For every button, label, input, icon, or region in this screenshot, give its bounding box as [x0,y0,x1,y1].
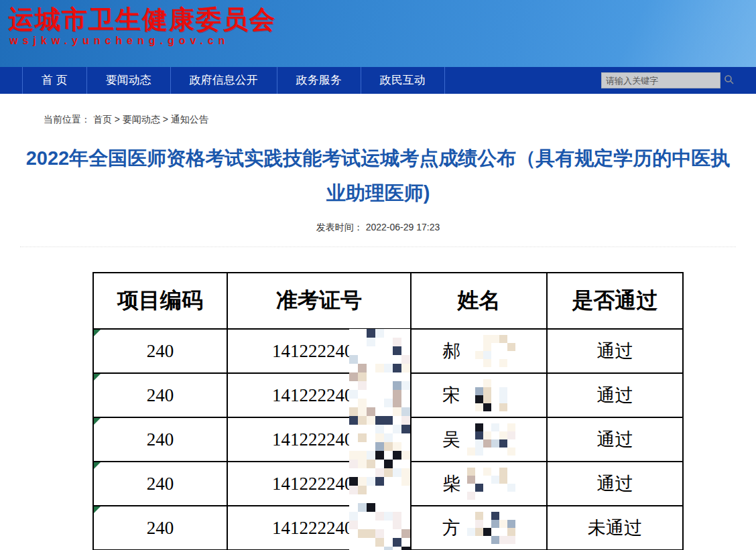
breadcrumb-label: 当前位置： [44,114,90,125]
search-box [601,72,720,88]
excel-error-triangle-icon [94,506,101,513]
excel-error-triangle-icon [94,330,101,336]
site-banner: 运城市卫生健康委员会 wsjkw.yuncheng.gov.cn [0,0,756,67]
censor-mosaic [467,335,515,367]
cell-result: 通过 [547,329,683,373]
nav-items: 首 页 要闻动态 政府信息公开 政务服务 政民互动 [22,67,445,94]
name-value: 方 [442,516,460,540]
name-value: 吴 [442,427,460,452]
page-title: 2022年全国医师资格考试实践技能考试运城考点成绩公布（具有规定学历的中医执业助… [23,141,733,210]
censor-mosaic [467,423,515,456]
breadcrumb: 当前位置： 首页 > 要闻动态 > 通知公告 [44,114,208,126]
cell-project-code: 240 [93,417,227,462]
search-button[interactable] [724,73,735,88]
cell-name: 郝 [411,329,547,373]
col-header-pass: 是否通过 [547,273,683,329]
result-value: 通过 [597,474,633,494]
censor-mosaic [467,379,515,411]
result-value: 未通过 [588,518,642,538]
cell-name: 方 [411,506,547,550]
cell-project-code: 240 [93,373,227,417]
nav-item-services[interactable]: 政务服务 [277,67,361,94]
censor-mosaic [467,512,515,544]
cell-name: 吴 [411,417,547,462]
divider [20,247,736,247]
project-code-value: 240 [147,518,174,538]
excel-error-triangle-icon [94,418,101,425]
breadcrumb-news-link[interactable]: 要闻动态 [123,114,160,125]
cell-result: 未通过 [547,506,683,550]
cell-name: 柴 [411,462,547,506]
search-icon [724,74,735,87]
project-code-value: 240 [147,474,174,494]
nav-item-interaction[interactable]: 政民互动 [361,67,445,94]
project-code-value: 240 [147,429,174,450]
cell-result: 通过 [547,373,683,417]
col-header-project-code: 项目编码 [93,273,227,329]
publish-time-label: 发表时间： [316,222,363,232]
name-value: 柴 [442,472,460,496]
result-value: 通过 [597,341,633,361]
breadcrumb-notice-link[interactable]: 通知公告 [171,114,208,125]
name-value: 宋 [442,383,460,407]
name-value: 郝 [442,339,460,363]
project-code-value: 240 [147,341,174,361]
cell-project-code: 240 [93,462,227,506]
search-input[interactable] [602,74,724,87]
cell-name: 宋 [411,373,547,417]
excel-error-triangle-icon [94,462,101,469]
table-header-row: 项目编码 准考证号 姓名 是否通过 [93,273,683,329]
cell-result: 通过 [547,417,683,462]
result-value: 通过 [597,385,633,405]
result-value: 通过 [597,429,633,450]
col-header-ticket-number: 准考证号 [227,273,411,329]
breadcrumb-separator: > [163,114,168,125]
project-code-value: 240 [147,385,174,405]
breadcrumb-home-link[interactable]: 首页 [93,114,112,125]
censor-mosaic-strip [349,329,410,550]
cell-project-code: 240 [93,506,227,550]
breadcrumb-separator: > [115,114,123,125]
site-logo-text: 运城市卫生健康委员会 [8,3,276,37]
nav-item-gov-info[interactable]: 政府信息公开 [171,67,277,94]
nav-item-news[interactable]: 要闻动态 [87,67,171,94]
cell-project-code: 240 [93,329,227,373]
excel-error-triangle-icon [94,374,101,381]
nav-item-home[interactable]: 首 页 [22,67,87,94]
censor-mosaic [467,468,515,500]
col-header-name: 姓名 [411,273,547,329]
publish-time-value: 2022-06-29 17:23 [366,222,440,232]
site-url-text: wsjkw.yuncheng.gov.cn [9,35,229,47]
cell-result: 通过 [547,462,683,506]
page: 运城市卫生健康委员会 wsjkw.yuncheng.gov.cn 首 页 要闻动… [0,0,756,550]
publish-time-line: 发表时间： 2022-06-29 17:23 [0,222,756,234]
main-nav: 首 页 要闻动态 政府信息公开 政务服务 政民互动 [0,67,756,94]
